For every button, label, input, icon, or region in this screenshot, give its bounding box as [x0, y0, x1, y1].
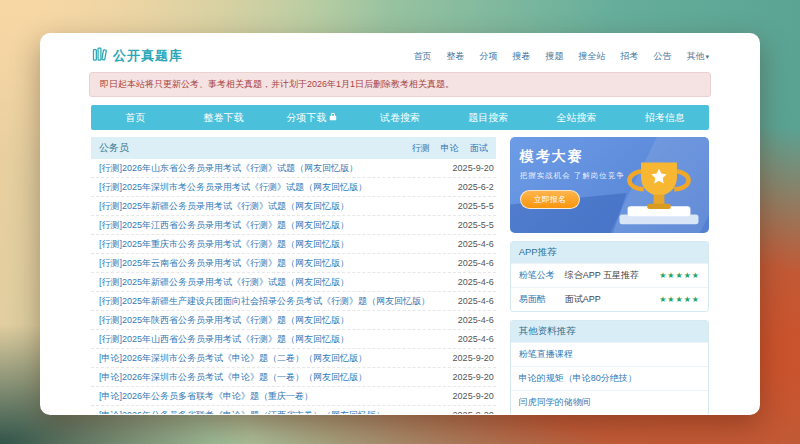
site-title: 公开真题库 — [113, 47, 183, 65]
exam-link[interactable]: [行测]2025年新疆公务员录用考试《行测》试题（网友回忆版） — [99, 201, 349, 212]
table-row: [行测]2025年新疆生产建设兵团面向社会招录公务员考试《行测》题（网友回忆版）… — [91, 292, 496, 311]
site-logo[interactable]: 公开真题库 — [91, 46, 183, 67]
table-row: [申论]2026年深圳市公务员考试《申论》题（一卷）（网友回忆版） 2025-9… — [91, 368, 496, 387]
exam-date: 2025-9-20 — [453, 372, 494, 383]
exam-date: 2025-4-6 — [458, 239, 494, 250]
top-nav-link[interactable]: 招考 — [620, 50, 638, 63]
top-nav-link[interactable]: 其他▾ — [686, 50, 709, 63]
exam-section-header: 公务员 行测申论面试 — [91, 137, 496, 159]
main-nav-item[interactable]: 试卷搜索 — [356, 105, 444, 130]
table-row: [行测]2026年山东省公务员录用考试《行测》试题（网友回忆版） 2025-9-… — [91, 159, 496, 178]
list-item: 医考题库小程序 — [511, 414, 708, 415]
list-item: 粉笔公考 综合APP 五星推荐 ★★★★★ — [511, 263, 708, 287]
app-box-title: APP推荐 — [511, 242, 708, 263]
top-nav-link[interactable]: 公告 — [653, 50, 671, 63]
site-card: 公开真题库 首页 整卷 分项 搜卷 搜题 搜全站 招考 — [40, 33, 760, 415]
top-nav-link[interactable]: 搜全站 — [578, 50, 605, 63]
exam-date: 2025-6-2 — [458, 182, 494, 193]
mock-contest-banner[interactable]: 模考大赛 把握实战机会 了解岗位竞争 立即报名 — [510, 137, 709, 233]
top-nav-link[interactable]: 搜题 — [545, 50, 563, 63]
resource-link[interactable]: 粉笔直播课程 — [519, 349, 573, 359]
table-row: [行测]2025年新疆公务员录用考试《行测》试题（网友回忆版） 2025-5-5 — [91, 197, 496, 216]
exam-date: 2025-4-6 — [458, 334, 494, 345]
exam-link[interactable]: [申论]2026年深圳市公务员考试《申论》题（二卷）（网友回忆版） — [99, 353, 367, 364]
exam-date: 2025-4-6 — [458, 296, 494, 307]
main-nav: 首页 整卷下载 分项下载 试卷搜索 — [91, 105, 709, 130]
section-title: 公务员 — [99, 141, 129, 155]
exam-link[interactable]: [行测]2025年陕西省公务员录用考试《行测》题（网友回忆版） — [99, 315, 349, 326]
exam-link[interactable]: [行测]2025年新疆公务员录用考试《行测》试题（网友回忆版） — [99, 277, 349, 288]
top-bar: 公开真题库 首页 整卷 分项 搜卷 搜题 搜全站 招考 — [91, 43, 709, 69]
table-row: [行测]2025年山西省公务员录用考试《行测》题（网友回忆版） 2025-4-6 — [91, 330, 496, 349]
exam-link[interactable]: [行测]2025年山西省公务员录用考试《行测》题（网友回忆版） — [99, 334, 349, 345]
exam-filters: 行测申论面试 — [412, 142, 488, 155]
table-row: [行测]2025年江西省公务员录用考试《行测》题（网友回忆版） 2025-5-5 — [91, 216, 496, 235]
star-rating-icon: ★★★★★ — [659, 295, 700, 304]
exam-date: 2025-4-6 — [458, 258, 494, 269]
exam-list-panel: 公务员 行测申论面试 [行测]2026年山东省公务员录用考试《行测》试题（网友回… — [91, 137, 496, 415]
list-item: 易面酷 面试APP ★★★★★ — [511, 287, 708, 311]
main-nav-item[interactable]: 首页 — [91, 105, 179, 130]
list-item: 闫虎同学的储物间 — [511, 390, 708, 414]
app-link[interactable]: 易面酷 — [519, 293, 565, 306]
top-nav-link[interactable]: 首页 — [413, 50, 431, 63]
table-row: [行测]2025年深圳市考公务员录用考试《行测》试题（网友回忆版） 2025-6… — [91, 178, 496, 197]
main-nav-item[interactable]: 分项下载 — [268, 105, 356, 130]
top-nav-link[interactable]: 整卷 — [446, 50, 464, 63]
table-row: [行测]2025年陕西省公务员录用考试《行测》题（网友回忆版） 2025-4-6 — [91, 311, 496, 330]
star-rating-icon: ★★★★★ — [659, 271, 700, 280]
top-nav-link[interactable]: 分项 — [479, 50, 497, 63]
main-nav-item[interactable]: 全站搜索 — [532, 105, 620, 130]
exam-link[interactable]: [行测]2025年云南省公务员录用考试《行测》题（网友回忆版） — [99, 258, 349, 269]
exam-link[interactable]: [行测]2025年重庆市公务员录用考试《行测》题（网友回忆版） — [99, 239, 349, 250]
exam-date: 2025-5-5 — [458, 201, 494, 212]
exam-date: 2025-9-20 — [453, 163, 494, 174]
table-row: [行测]2025年云南省公务员录用考试《行测》题（网友回忆版） 2025-4-6 — [91, 254, 496, 273]
app-rows: 粉笔公考 综合APP 五星推荐 ★★★★★ 易面酷 面试APP ★★★★★ — [511, 263, 708, 311]
exam-link[interactable]: [申论]2026年深圳市公务员考试《申论》题（一卷）（网友回忆版） — [99, 372, 367, 383]
trophy-icon — [613, 157, 705, 231]
exam-link[interactable]: [行测]2025年江西省公务员录用考试《行测》题（网友回忆版） — [99, 220, 349, 231]
filter-link[interactable]: 面试 — [470, 142, 488, 155]
table-row: [申论]2026年公务员多省联考《申论》题（重庆一卷） 2025-9-20 — [91, 387, 496, 406]
exam-rows: [行测]2026年山东省公务员录用考试《行测》试题（网友回忆版） 2025-9-… — [91, 159, 496, 415]
exam-date: 2025-9-20 — [453, 353, 494, 364]
table-row: [行测]2025年重庆市公务员录用考试《行测》题（网友回忆版） 2025-4-6 — [91, 235, 496, 254]
app-recommend-box: APP推荐 粉笔公考 综合APP 五星推荐 ★★★★★ 易面酷 — [510, 241, 709, 312]
filter-link[interactable]: 申论 — [441, 142, 459, 155]
table-row: [申论]2026年深圳市公务员考试《申论》题（二卷）（网友回忆版） 2025-9… — [91, 349, 496, 368]
exam-date: 2025-4-6 — [458, 277, 494, 288]
exam-link[interactable]: [行测]2025年深圳市考公务员录用考试《行测》试题（网友回忆版） — [99, 182, 367, 193]
resource-box-title: 其他资料推荐 — [511, 321, 708, 342]
resource-rows: 粉笔直播课程 申论的规矩（申论80分绝技） 闫虎同学的储物间 — [511, 342, 708, 415]
resource-link[interactable]: 闫虎同学的储物间 — [519, 397, 591, 407]
app-desc: 面试APP — [565, 293, 659, 306]
list-item: 粉笔直播课程 — [511, 342, 708, 366]
top-nav-link[interactable]: 搜卷 — [512, 50, 530, 63]
table-row: [申论]2026年公务员多省联考《申论》题（江西省市卷）（网友回忆版） 2025… — [91, 406, 496, 415]
exam-link[interactable]: [申论]2026年公务员多省联考《申论》题（江西省市卷）（网友回忆版） — [99, 410, 385, 415]
main-nav-item[interactable]: 招考信息 — [621, 105, 709, 130]
exam-date: 2025-9-20 — [453, 391, 494, 402]
table-row: [行测]2025年新疆公务员录用考试《行测》试题（网友回忆版） 2025-4-6 — [91, 273, 496, 292]
main-nav-item[interactable]: 整卷下载 — [179, 105, 267, 130]
exam-date: 2025-5-5 — [458, 220, 494, 231]
caret-down-icon: ▾ — [705, 53, 709, 60]
app-link[interactable]: 粉笔公考 — [519, 269, 565, 282]
exam-link[interactable]: [申论]2026年公务员多省联考《申论》题（重庆一卷） — [99, 391, 313, 402]
resource-link[interactable]: 申论的规矩（申论80分绝技） — [519, 373, 637, 383]
site-notice: 即日起本站将只更新公考、事考相关真题，并计划于2026年1月1日后删除教考相关真… — [89, 72, 711, 97]
sidebar: 模考大赛 把握实战机会 了解岗位竞争 立即报名 — [510, 137, 709, 415]
list-item: 申论的规矩（申论80分绝技） — [511, 366, 708, 390]
lock-icon — [329, 112, 337, 123]
exam-link[interactable]: [行测]2025年新疆生产建设兵团面向社会招录公务员考试《行测》题（网友回忆版） — [99, 296, 430, 307]
signup-button[interactable]: 立即报名 — [520, 190, 580, 209]
resource-box: 其他资料推荐 粉笔直播课程 申论的规矩（申论80分绝技） — [510, 320, 709, 415]
exam-date: 2025-9-20 — [453, 410, 494, 415]
filter-link[interactable]: 行测 — [412, 142, 430, 155]
logo-icon — [91, 46, 108, 67]
main-nav-item[interactable]: 题目搜索 — [444, 105, 532, 130]
app-desc: 综合APP 五星推荐 — [565, 269, 659, 282]
top-nav: 首页 整卷 分项 搜卷 搜题 搜全站 招考 公告 其他▾ — [413, 50, 709, 63]
exam-link[interactable]: [行测]2026年山东省公务员录用考试《行测》试题（网友回忆版） — [99, 163, 358, 174]
